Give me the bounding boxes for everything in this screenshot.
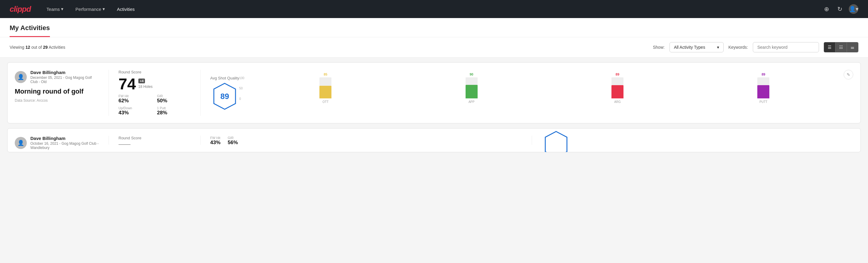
round-score-label-1: Round Score [119,70,191,74]
fw-hit-value-1: 62% [119,98,152,104]
divider-5 [532,136,532,145]
activity-title-1: Morning round of golf [15,88,99,95]
gir-value-1: 50% [157,98,191,104]
activity-type-value: All Activity Types [674,45,705,50]
user-info-2: Dave Billingham October 16, 2021 - Gog M… [30,136,99,150]
bar-axis-arg: ARG [614,100,621,104]
gir-item-2: GIR 56% [228,136,238,146]
hex-svg-2 [544,131,568,152]
round-score-label-2: Round Score [119,136,191,140]
updown-item-1: Up/Down 43% [119,106,152,116]
page-header: My Activities [0,18,868,37]
viewing-text: Viewing 12 out of 29 Activities [10,45,648,50]
fw-hit-item-1: FW Hit 62% [119,94,152,104]
updown-value-1: 43% [119,110,152,116]
activity-type-dropdown[interactable]: All Activity Types ▾ [670,42,724,52]
list-view-button[interactable]: ☰ [824,42,836,52]
bar-label-app: 90 [470,72,473,76]
avatar-icon: 👤 [849,6,856,12]
activity-type-chevron-icon: ▾ [717,45,719,50]
teams-chevron-icon: ▾ [61,6,63,12]
oneputt-value-1: 28% [157,110,191,116]
card-left-2: 👤 Dave Billingham October 16, 2021 - Gog… [15,136,99,145]
avatar-icon-1: 👤 [18,74,24,80]
performance-chevron-icon: ▾ [102,6,105,12]
hexagon-wrap-1: 89 [210,83,239,110]
bar-fill-putt [757,85,769,98]
score-placeholder-2 [119,144,130,145]
user-row-2: 👤 Dave Billingham October 16, 2021 - Gog… [15,136,99,150]
nav-teams[interactable]: Teams ▾ [45,0,65,18]
bar-axis-app: APP [469,100,474,104]
bar-label-ott: 85 [323,72,327,76]
hexagon-1: 89 [213,83,237,110]
oneputt-item-1: 1 Putt 28% [157,106,191,116]
search-input[interactable] [753,42,819,52]
card-left-1: 👤 Dave Billingham December 05, 2021 - Go… [15,70,99,116]
user-date-2: October 16, 2021 - Gog Magog Golf Club -… [30,141,99,150]
quality-section-2: Avg Shot Quality [542,136,854,145]
holes-label-1: 18 Holes [138,85,153,89]
compact-view-button[interactable]: ⚌ [847,42,858,52]
bar-group-arg: 89 ARG [547,72,688,104]
user-avatar[interactable]: 👤 ▾ [849,4,858,14]
hex-score-1: 89 [220,92,229,101]
bar-fill-app [466,85,477,98]
edit-button-1[interactable]: ✎ [844,70,853,80]
bar-label-putt: 89 [762,72,765,76]
score-badge-1: +4 [138,79,145,83]
hexagon-wrap-2 [542,130,571,152]
user-name-1: Dave Billingham [30,70,99,75]
divider-1 [108,70,109,116]
quality-title-1: Avg Shot Quality [210,76,239,80]
score-row-1: 74 +4 18 Holes [119,76,191,92]
bar-container-ott [319,77,332,98]
bar-chart-1: 100 50 0 85 OTT 90 [247,77,834,110]
bar-chart-bars-1: 85 OTT 90 APP [255,77,834,110]
list-view-icon: ☰ [828,45,832,50]
bar-axis-ott: OTT [322,100,329,104]
nav-right: ⊕ ↻ 👤 ▾ [822,4,858,14]
bar-label-arg: 89 [616,72,619,76]
gir-item-1: GIR 50% [157,94,191,104]
nav-activities[interactable]: Activities [116,0,136,18]
activity-card-2: 👤 Dave Billingham October 16, 2021 - Gog… [7,128,861,152]
activity-card-1: 👤 Dave Billingham December 05, 2021 - Go… [7,62,861,123]
avatar-icon-2: 👤 [18,140,24,146]
bar-container-arg [612,77,623,98]
bar-group-putt: 89 PUTT [693,72,834,104]
user-name-2: Dave Billingham [30,136,99,141]
nav-performance[interactable]: Performance ▾ [74,0,106,18]
bar-group-app: 90 APP [401,72,542,104]
bar-container-putt [757,77,769,98]
view-toggle: ☰ ☷ ⚌ [824,42,858,52]
quality-left-2: Avg Shot Quality [542,128,571,152]
keywords-label: Keywords: [728,45,748,50]
data-source-1: Data Source: Arccos [15,98,99,103]
hexagon-2 [544,131,568,152]
stats-section-2: Round Score [119,136,191,145]
pencil-icon-1: ✎ [847,72,850,77]
filter-bar: Viewing 12 out of 29 Activities Show: Al… [0,37,868,57]
card-actions-1: ✎ [844,70,853,116]
bar-fill-arg [612,85,623,98]
user-info-1: Dave Billingham December 05, 2021 - Gog … [30,70,99,84]
refresh-icon[interactable]: ↻ [836,5,844,13]
viewing-total: 29 [43,45,48,50]
grid-view-icon: ☷ [839,45,843,50]
grid-view-button[interactable]: ☷ [836,42,847,52]
avatar-1: 👤 [15,71,27,83]
stat-grid-1: FW Hit 62% GIR 50% Up/Down 43% 1 Putt 28… [119,94,191,116]
divider-3 [108,136,109,145]
stats-section-1: Round Score 74 +4 18 Holes FW Hit 62% GI… [119,70,191,116]
fw-hit-label-2: FW Hit [210,136,220,140]
y-labels-1: 100 50 0 [239,77,245,100]
show-label: Show: [653,45,665,50]
user-row-1: 👤 Dave Billingham December 05, 2021 - Go… [15,70,99,84]
big-score-1: 74 [119,76,136,92]
divider-4 [200,136,200,145]
logo: clippd [10,4,31,14]
avatar-2: 👤 [15,137,27,149]
add-icon[interactable]: ⊕ [822,5,831,13]
fw-hit-label-1: FW Hit [119,94,152,98]
